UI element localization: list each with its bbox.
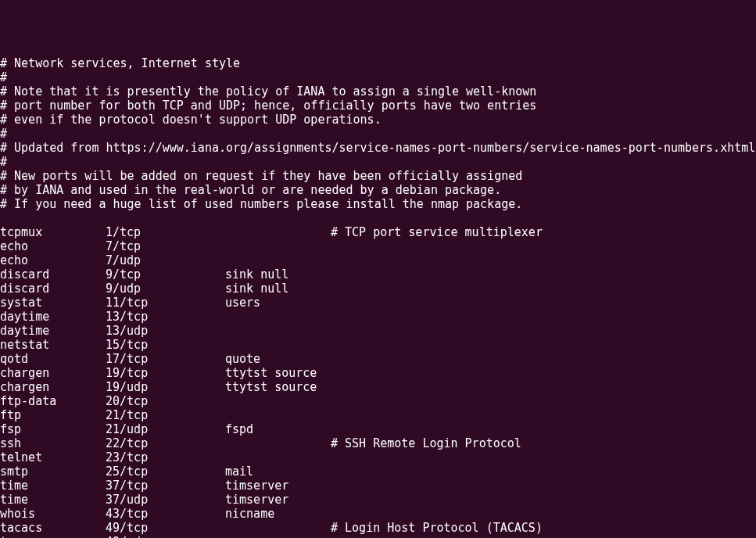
service-row: tacacs49/udp [0, 535, 756, 538]
service-port: 17/tcp [106, 352, 225, 366]
service-alias: nicname [225, 507, 331, 521]
service-name: systat [0, 296, 106, 310]
comment-line: # [0, 127, 756, 141]
service-row: discard9/udpsink null [0, 282, 756, 296]
service-port: 7/udp [106, 253, 225, 267]
service-name: fsp [0, 422, 106, 436]
service-port: 43/tcp [106, 507, 225, 521]
service-row: ftp-data20/tcp [0, 394, 756, 408]
comment-line: # Updated from https://www.iana.org/assi… [0, 141, 756, 155]
service-row: echo7/udp [0, 253, 756, 267]
service-port: 20/tcp [106, 394, 225, 408]
service-port: 11/tcp [106, 296, 225, 310]
service-name: smtp [0, 464, 106, 479]
service-name: tcpmux [0, 225, 106, 239]
comment-line: # port number for both TCP and UDP; henc… [0, 99, 756, 113]
service-port: 22/tcp [106, 436, 225, 450]
service-alias: timserver [225, 493, 331, 507]
service-port: 13/tcp [106, 310, 225, 324]
comment-line: # New ports will be added on request if … [0, 169, 756, 183]
service-row: qotd17/tcpquote [0, 352, 756, 366]
service-name: chargen [0, 366, 106, 380]
service-port: 13/udp [106, 324, 225, 338]
comment-line: # [0, 70, 756, 84]
service-row: netstat15/tcp [0, 338, 756, 352]
service-row: time37/tcptimserver [0, 479, 756, 493]
service-port: 19/udp [106, 380, 225, 394]
service-port: 25/tcp [106, 464, 225, 479]
service-port: 7/tcp [106, 239, 225, 253]
service-alias: users [225, 296, 331, 310]
service-name: chargen [0, 380, 106, 394]
comment-line: # Network services, Internet style [0, 56, 756, 70]
service-name: qotd [0, 352, 106, 366]
service-name: ftp-data [0, 394, 106, 408]
service-port: 21/tcp [106, 408, 225, 422]
service-port: 19/tcp [106, 366, 225, 380]
terminal-output: # Network services, Internet style## Not… [0, 56, 756, 538]
service-name: ftp [0, 408, 106, 422]
service-port: 23/tcp [106, 450, 225, 464]
service-row: echo7/tcp [0, 239, 756, 253]
service-row: daytime13/tcp [0, 310, 756, 324]
service-row: smtp25/tcpmail [0, 464, 756, 479]
service-comment: # SSH Remote Login Protocol [331, 436, 521, 450]
service-name: tacacs [0, 521, 106, 535]
service-name: ssh [0, 436, 106, 450]
comment-line: # by IANA and used in the real-world or … [0, 183, 756, 197]
service-row: chargen19/tcpttytst source [0, 366, 756, 380]
comment-line: # Note that it is presently the policy o… [0, 84, 756, 99]
service-name: daytime [0, 324, 106, 338]
service-port: 9/tcp [106, 267, 225, 282]
service-alias: mail [225, 464, 331, 479]
service-alias: ttytst source [225, 366, 331, 380]
service-name: telnet [0, 450, 106, 464]
comment-line: # [0, 155, 756, 169]
comment-line: # even if the protocol doesn't support U… [0, 113, 756, 127]
service-row: telnet23/tcp [0, 450, 756, 464]
service-port: 49/tcp [106, 521, 225, 535]
service-name: echo [0, 253, 106, 267]
service-row: ftp21/tcp [0, 408, 756, 422]
service-alias: ttytst source [225, 380, 331, 394]
service-row: ssh22/tcp# SSH Remote Login Protocol [0, 436, 756, 450]
service-alias: sink null [225, 282, 331, 296]
service-row: whois43/tcpnicname [0, 507, 756, 521]
service-alias: sink null [225, 267, 331, 282]
service-name: discard [0, 267, 106, 282]
service-row: discard9/tcpsink null [0, 267, 756, 282]
service-port: 21/udp [106, 422, 225, 436]
service-row: tcpmux1/tcp# TCP port service multiplexe… [0, 225, 756, 239]
service-port: 9/udp [106, 282, 225, 296]
service-row: daytime13/udp [0, 324, 756, 338]
service-port: 15/tcp [106, 338, 225, 352]
service-comment: # TCP port service multiplexer [331, 225, 543, 239]
service-name: time [0, 493, 106, 507]
service-name: time [0, 479, 106, 493]
service-row: systat11/tcpusers [0, 296, 756, 310]
service-name: daytime [0, 310, 106, 324]
service-row: tacacs49/tcp# Login Host Protocol (TACAC… [0, 521, 756, 535]
service-name: tacacs [0, 535, 106, 538]
service-port: 49/udp [106, 535, 225, 538]
comment-line: # If you need a huge list of used number… [0, 197, 756, 211]
service-alias: quote [225, 352, 331, 366]
comment-line [0, 211, 756, 225]
service-row: fsp21/udpfspd [0, 422, 756, 436]
service-name: netstat [0, 338, 106, 352]
service-alias: fspd [225, 422, 331, 436]
service-alias: timserver [225, 479, 331, 493]
service-row: time37/udptimserver [0, 493, 756, 507]
service-name: discard [0, 282, 106, 296]
service-name: echo [0, 239, 106, 253]
service-name: whois [0, 507, 106, 521]
service-row: chargen19/udpttytst source [0, 380, 756, 394]
service-comment: # Login Host Protocol (TACACS) [331, 521, 543, 535]
service-port: 37/udp [106, 493, 225, 507]
service-port: 1/tcp [106, 225, 225, 239]
service-port: 37/tcp [106, 479, 225, 493]
